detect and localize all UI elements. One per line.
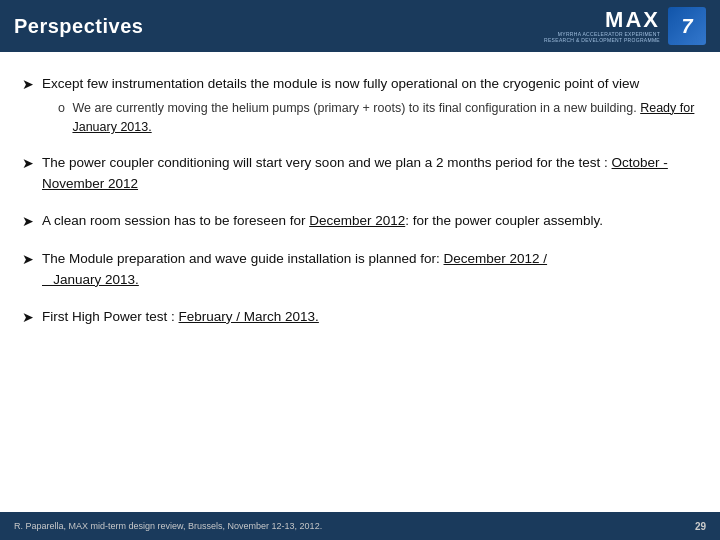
bullet-link-5: February / March 2013. (179, 309, 319, 324)
bullet-text-3: A clean room session has to be foreseen … (42, 211, 603, 232)
bullet-main-1: ➤ Except few instrumentation details the… (22, 74, 698, 96)
bullet-text-1: Except few instrumentation details the m… (42, 74, 639, 95)
page-title: Perspectives (14, 15, 143, 38)
footer: R. Paparella, MAX mid-term design review… (0, 512, 720, 540)
bullet-text-2: The power coupler conditioning will star… (42, 153, 698, 195)
max-logo-sub: MYRRHA ACCELERATOR EXPERIMENTRESEARCH & … (544, 31, 660, 44)
main-content: ➤ Except few instrumentation details the… (0, 52, 720, 355)
seven-badge: 7 (668, 7, 706, 45)
sub-bullet-block-1: o We are currently moving the helium pum… (58, 99, 698, 138)
footer-page: 29 (695, 521, 706, 532)
sub-bullet-symbol-1: o (58, 99, 68, 138)
bullet-block-5: ➤ First High Power test : February / Mar… (22, 307, 698, 329)
header: Perspectives MAX MYRRHA ACCELERATOR EXPE… (0, 0, 720, 52)
bullet-block-4: ➤ The Module preparation and wave guide … (22, 249, 698, 291)
bullet-link-4: December 2012 / January 2013. (42, 251, 547, 287)
bullet-link-3: December 2012 (309, 213, 405, 228)
bullet-symbol-3: ➤ (22, 211, 34, 233)
header-logos: MAX MYRRHA ACCELERATOR EXPERIMENTRESEARC… (544, 7, 706, 45)
bullet-symbol-2: ➤ (22, 153, 34, 175)
max-logo-text: MAX (605, 9, 660, 31)
bullet-block-2: ➤ The power coupler conditioning will st… (22, 153, 698, 195)
bullet-symbol-4: ➤ (22, 249, 34, 271)
bullet-link-2: October - November 2012 (42, 155, 668, 191)
bullet-symbol-5: ➤ (22, 307, 34, 329)
sub-bullet-link-1: Ready for January 2013. (72, 101, 694, 134)
bullet-main-3: ➤ A clean room session has to be foresee… (22, 211, 698, 233)
max-logo: MAX MYRRHA ACCELERATOR EXPERIMENTRESEARC… (544, 9, 660, 44)
bullet-main-5: ➤ First High Power test : February / Mar… (22, 307, 698, 329)
bullet-main-2: ➤ The power coupler conditioning will st… (22, 153, 698, 195)
sub-bullet-text-1: We are currently moving the helium pumps… (72, 99, 698, 138)
bullet-text-5: First High Power test : February / March… (42, 307, 319, 328)
bullet-symbol-1: ➤ (22, 74, 34, 96)
bullet-text-4: The Module preparation and wave guide in… (42, 249, 547, 291)
bullet-main-4: ➤ The Module preparation and wave guide … (22, 249, 698, 291)
bullet-block-3: ➤ A clean room session has to be foresee… (22, 211, 698, 233)
bullet-block-1: ➤ Except few instrumentation details the… (22, 74, 698, 137)
footer-citation: R. Paparella, MAX mid-term design review… (14, 521, 322, 531)
sub-bullet-item-1: o We are currently moving the helium pum… (58, 99, 698, 138)
